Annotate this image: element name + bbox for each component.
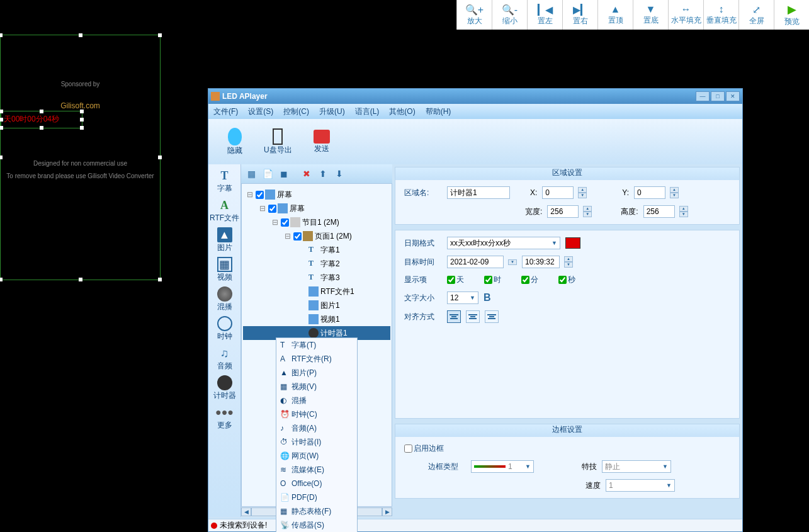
add-screen-button[interactable]: ▦ [245,167,257,180]
date-format-select[interactable]: xx天xx时xx分xx秒▼ [447,237,560,249]
check-day[interactable]: 天 [447,274,464,285]
width-spinner[interactable]: ▲▼ [583,206,592,217]
menu-upgrade[interactable]: 升级(U) [319,106,345,117]
resize-handle[interactable] [79,33,82,37]
y-spinner[interactable]: ▲▼ [670,187,679,198]
minimize-button[interactable]: — [696,91,710,101]
titlebar[interactable]: LED APlayer — □ ✕ [208,89,742,104]
tree-node[interactable]: ⊟屏幕 [243,201,390,215]
align-left-button[interactable]: ▎◀置左 [527,0,562,30]
palette-audio[interactable]: ♫音频 [217,346,232,371]
menu-item[interactable]: ♪音频(A) [276,421,357,435]
tree-node[interactable]: ⊟节目1 (2M) [243,215,390,229]
palette-image[interactable]: ▲图片 [217,227,232,253]
font-size-select[interactable]: 12▼ [447,291,478,304]
frame-fx-select[interactable]: 静止▼ [602,460,671,473]
menu-item[interactable]: ▦静态表格(F) [276,504,357,518]
check-sec[interactable]: 秒 [558,274,575,285]
menu-file[interactable]: 文件(F) [213,106,238,117]
maximize-button[interactable]: □ [711,91,725,101]
resize-handle[interactable] [158,278,162,281]
layout-button[interactable]: ◼ [278,167,290,180]
fullscreen-button[interactable]: ⤢全屏 [738,0,774,30]
align-bottom-button[interactable]: ▼置底 [633,0,668,30]
hide-button[interactable]: 隐藏 [227,128,242,156]
tree-node[interactable]: ⊟屏幕 [243,188,390,201]
resize-handle[interactable] [0,33,3,37]
menu-item[interactable]: ≋流媒体(E) [276,463,357,477]
palette-video[interactable]: ▦视频 [217,257,232,283]
timer-selection-box[interactable]: 天00时00分04秒 [1,111,82,128]
frame-speed-select[interactable]: 1▼ [606,479,675,492]
palette-more[interactable]: ●●●更多 [217,405,232,431]
palette-mixplay[interactable]: 混播 [217,286,232,312]
menu-item[interactable]: ▲图片(P) [276,366,357,380]
resize-handle[interactable] [0,278,3,281]
palette-timer[interactable]: 计时器 [213,375,236,401]
palette-rtf[interactable]: ARTF文件 [210,198,239,224]
tree-node[interactable]: T字幕3 [243,271,390,285]
move-up-button[interactable]: ⬆ [317,167,329,180]
palette-subtitle[interactable]: T字幕 [217,168,232,194]
new-page-button[interactable]: 📄 [261,167,274,180]
tree-node[interactable]: RTF文件1 [243,285,390,298]
menu-language[interactable]: 语言(L) [355,106,380,117]
resize-handle[interactable] [158,156,162,159]
width-input[interactable] [547,205,579,218]
date-dropdown[interactable]: ▼ [508,259,517,265]
tree-node[interactable]: 图片1 [243,298,390,312]
palette-clock[interactable]: 时钟 [217,316,232,342]
menu-item[interactable]: OOffice(O) [276,477,357,490]
menu-item[interactable]: T字幕(T) [276,338,357,352]
check-min[interactable]: 分 [521,274,538,285]
tree-node[interactable]: 视频1 [243,312,390,326]
preview-button[interactable]: ▶预览 [774,0,809,30]
menu-settings[interactable]: 设置(S) [248,106,273,117]
zoom-in-button[interactable]: 🔍+放大 [456,0,492,30]
menu-item[interactable]: ▦视频(V) [276,380,357,393]
target-time-input[interactable] [522,256,560,268]
scroll-right-button[interactable]: ▶ [382,507,392,516]
tree-node[interactable]: T字幕1 [243,243,390,257]
zoom-out-button[interactable]: 🔍-缩小 [492,0,527,30]
align-right-button[interactable]: ▶▎置右 [562,0,597,30]
align-center-button[interactable] [466,310,480,323]
move-down-button[interactable]: ⬇ [333,167,346,180]
fill-horizontal-button[interactable]: ↔水平填充 [668,0,703,30]
check-hour[interactable]: 时 [484,274,501,285]
menu-other[interactable]: 其他(O) [389,106,415,117]
menu-control[interactable]: 控制(C) [283,106,309,117]
resize-handle[interactable] [79,278,82,281]
menu-item[interactable]: ◐混播 [276,393,357,407]
selection-box[interactable]: Sponsored by Gilisoft.com Designed for n… [0,35,161,280]
close-button[interactable]: ✕ [726,91,740,101]
area-name-input[interactable] [447,186,510,199]
menu-item[interactable]: ⏱计时器(I) [276,435,357,449]
menu-item[interactable]: ARTF文件(R) [276,352,357,366]
send-button[interactable]: 发送 [314,130,330,154]
menu-help[interactable]: 帮助(H) [426,106,451,117]
align-top-button[interactable]: ▲置顶 [597,0,633,30]
x-input[interactable] [542,186,574,199]
scroll-left-button[interactable]: ◀ [241,507,251,516]
align-right-button[interactable] [485,310,499,323]
menu-item[interactable]: 📄PDF(D) [276,490,357,504]
align-left-button[interactable] [447,310,461,323]
resize-handle[interactable] [158,33,162,37]
usb-export-button[interactable]: U盘导出 [264,128,292,156]
height-spinner[interactable]: ▲▼ [679,206,688,217]
color-picker[interactable] [565,237,580,249]
enable-frame-check[interactable]: 启用边框 [404,443,730,454]
menu-item[interactable]: 📡传感器(S) [276,518,357,532]
menu-item[interactable]: 🌐网页(W) [276,449,357,463]
resize-handle[interactable] [0,156,3,159]
tree-node[interactable]: ⊟页面1 (2M) [243,229,390,243]
height-input[interactable] [643,205,675,218]
y-input[interactable] [634,186,665,199]
target-date-input[interactable] [447,256,504,268]
frame-type-select[interactable]: 1▼ [471,460,534,473]
tree-node[interactable]: T字幕2 [243,257,390,271]
time-spinner[interactable]: ▲▼ [564,256,573,268]
delete-button[interactable]: ✖ [300,167,313,180]
bold-button[interactable]: B [484,292,491,303]
